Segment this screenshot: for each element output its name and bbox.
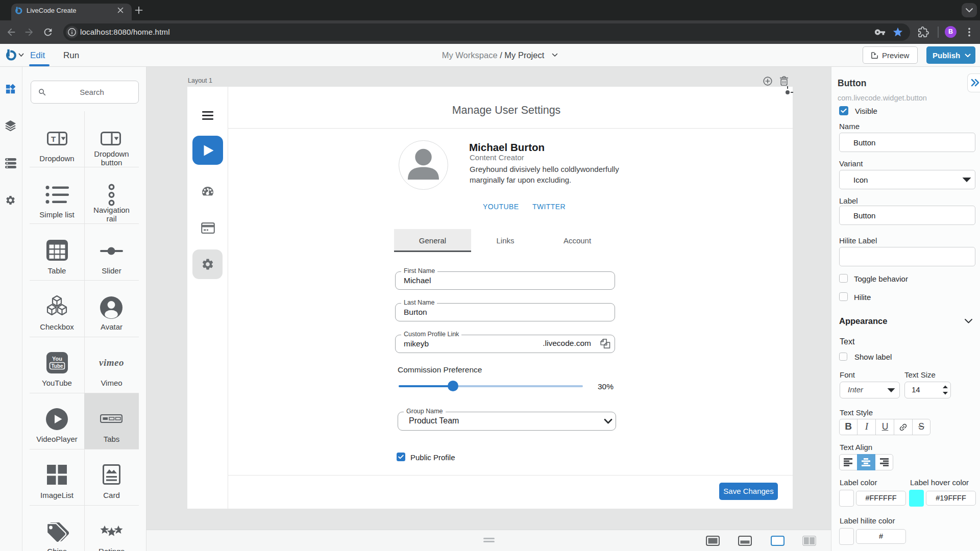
- svg-text:You: You: [52, 356, 62, 362]
- svg-text:Tube: Tube: [51, 363, 63, 369]
- svg-text:T: T: [51, 135, 56, 143]
